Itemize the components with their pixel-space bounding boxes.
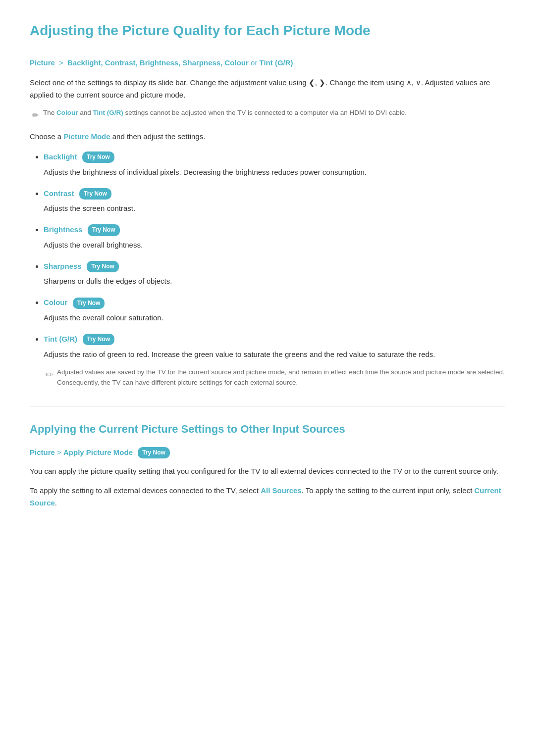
list-item: Sharpness Try Now Sharpens or dulls the … [44,260,505,288]
backlight-label[interactable]: Backlight [44,152,77,161]
section2-breadcrumb: Picture > Apply Picture Mode Try Now [30,447,505,459]
sharpness-label[interactable]: Sharpness [44,262,82,270]
choose-text: Choose a Picture Mode and then adjust th… [30,131,505,143]
apply-picture-mode-try-now[interactable]: Try Now [138,447,170,458]
section2-paragraph2: To apply the setting to all external dev… [30,485,505,509]
sharpness-desc: Sharpens or dulls the edges of objects. [44,275,505,287]
section2-breadcrumb-separator: > [57,448,63,456]
backlight-desc: Adjusts the brightness of individual pix… [44,166,505,178]
list-item: Backlight Try Now Adjusts the brightness… [44,151,505,178]
breadcrumb-separator-1: > [59,58,63,67]
colour-desc: Adjusts the overall colour saturation. [44,312,505,324]
colour-try-now[interactable]: Try Now [73,298,105,309]
tint-try-now[interactable]: Try Now [83,334,115,345]
all-sources-link[interactable]: All Sources [261,486,302,495]
breadcrumb-settings[interactable]: Backlight, Contrast, Brightness, Sharpne… [67,58,249,67]
picture-mode-link[interactable]: Picture Mode [63,132,110,141]
main-title: Adjusting the Picture Quality for Each P… [30,20,505,47]
breadcrumb-tint[interactable]: Tint (G/R) [260,58,293,67]
settings-list: Backlight Try Now Adjusts the brightness… [30,151,505,388]
sharpness-try-now[interactable]: Try Now [87,261,119,272]
note-hdmi: ✏ The Colour and Tint (G/R) settings can… [32,108,505,123]
section2-para2-middle: . To apply the setting to the current in… [302,486,475,495]
list-item: Brightness Try Now Adjusts the overall b… [44,223,505,251]
contrast-desc: Adjusts the screen contrast. [44,202,505,214]
breadcrumb-or: or [251,58,257,67]
section2-breadcrumb-picture[interactable]: Picture [30,448,55,456]
colour-label[interactable]: Colour [44,298,67,306]
note-adjusted-text: Adjusted values are saved by the TV for … [57,367,505,388]
note-adjusted-values: ✏ Adjusted values are saved by the TV fo… [44,367,505,388]
brightness-label[interactable]: Brightness [44,225,82,234]
tint-label[interactable]: Tint (G/R) [44,335,77,343]
list-item: Contrast Try Now Adjusts the screen cont… [44,187,505,215]
breadcrumb: Picture > Backlight, Contrast, Brightnes… [30,57,505,69]
pencil-icon-2: ✏ [46,368,53,382]
section2-para2-prefix: To apply the setting to all external dev… [30,486,261,495]
brightness-try-now[interactable]: Try Now [88,224,120,236]
section-divider [30,406,505,406]
breadcrumb-picture[interactable]: Picture [30,58,55,67]
pencil-icon-1: ✏ [32,108,39,123]
backlight-try-now[interactable]: Try Now [82,151,114,163]
section2-paragraph1: You can apply the picture quality settin… [30,465,505,478]
list-item: Colour Try Now Adjusts the overall colou… [44,296,505,324]
brightness-desc: Adjusts the overall brightness. [44,239,505,251]
tint-link[interactable]: Tint (G/R) [93,109,123,116]
section2-breadcrumb-apply[interactable]: Apply Picture Mode [63,448,133,456]
contrast-label[interactable]: Contrast [44,189,74,198]
intro-paragraph: Select one of the settings to display it… [30,77,505,101]
tint-desc: Adjusts the ratio of green to red. Incre… [44,349,505,360]
contrast-try-now[interactable]: Try Now [79,188,111,200]
note-hdmi-text: The Colour and Tint (G/R) settings canno… [43,108,407,118]
list-item: Tint (G/R) Try Now Adjusts the ratio of … [44,333,505,388]
section2-para2-suffix: . [55,499,57,507]
section2-title: Applying the Current Picture Settings to… [30,420,505,438]
colour-link[interactable]: Colour [56,109,78,116]
